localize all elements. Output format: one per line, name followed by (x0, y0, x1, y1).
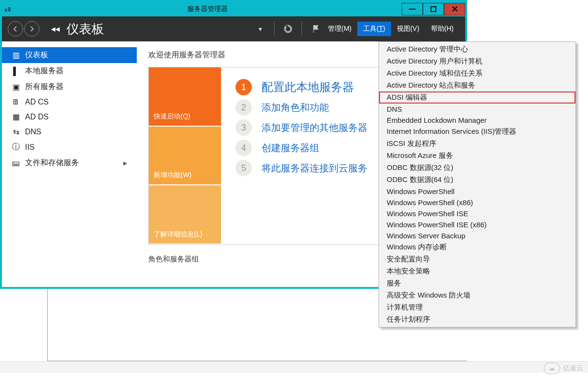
menubar: 管理(M)工具(T)视图(V)帮助(H) (322, 22, 459, 36)
config-link-label: 配置此本地服务器 (261, 79, 354, 95)
menu-item-help[interactable]: 帮助(H) (425, 22, 459, 36)
sidebar-item-label: 文件和存储服务 (25, 158, 79, 168)
page-title: 仪表板 (66, 21, 104, 38)
tools-menu-item[interactable]: 任务计划程序 (379, 313, 575, 325)
tools-menu-item[interactable]: Active Directory 用户和计算机 (379, 55, 575, 67)
step-number-badge: 3 (235, 119, 252, 136)
tools-menu-item[interactable]: Windows Server Backup (379, 230, 575, 241)
sidebar-item-iis[interactable]: ⓘIIS (2, 139, 137, 155)
step-number-badge: 5 (235, 160, 252, 176)
sidebar-item-label: 仪表板 (25, 50, 48, 60)
notifications-flag-icon[interactable] (309, 22, 322, 36)
svg-rect-1 (8, 7, 11, 12)
tools-menu-item[interactable]: 安全配置向导 (379, 253, 575, 265)
watermark: ☁ 亿速云 (544, 363, 583, 374)
tools-menu-item[interactable]: Windows PowerShell ISE (x86) (379, 219, 575, 230)
sidebar-item-servers[interactable]: ▣所有服务器 (2, 79, 137, 95)
tools-menu-item[interactable]: DNS (379, 104, 575, 115)
refresh-icon[interactable] (281, 22, 295, 36)
tools-menu-item[interactable]: Windows PowerShell ISE (379, 208, 575, 219)
breadcrumb-separator: ◂◂ (51, 24, 60, 34)
sidebar-item-server[interactable]: ▌本地服务器 (2, 63, 137, 79)
tools-menu-item[interactable]: Active Directory 域和信任关系 (379, 67, 575, 79)
header-icons: ▾ (254, 22, 322, 36)
tools-menu-item[interactable]: 计算机管理 (379, 301, 575, 313)
tools-menu-item[interactable]: Embedded Lockdown Manager (379, 115, 575, 126)
disk-icon: 🖴 (12, 159, 20, 168)
tools-menu-item[interactable]: Windows 内存诊断 (379, 241, 575, 253)
watermark-text: 亿速云 (563, 364, 583, 373)
tools-menu-item[interactable]: ODBC 数据源(32 位) (379, 162, 575, 174)
grid-icon: ▥ (12, 51, 20, 60)
tools-menu-item[interactable]: 服务 (379, 277, 575, 289)
sidebar-item-label: AD CS (25, 98, 49, 106)
minimize-button[interactable] (402, 3, 423, 15)
tools-menu-item[interactable]: iSCSI 发起程序 (379, 138, 575, 150)
header-bar: ◂◂ 仪表板 ▾ 管理(M)工具(T)视图(V)帮助(H) (2, 16, 465, 41)
menu-item-tools[interactable]: 工具(T) (357, 22, 391, 36)
server-manager-window: 服务器管理器 ✕ ◂◂ 仪表板 ▾ (0, 0, 467, 289)
cert-icon: 🗎 (12, 98, 20, 106)
nav-back-button[interactable] (8, 21, 23, 37)
iis-icon: ⓘ (12, 142, 20, 152)
titlebar[interactable]: 服务器管理器 ✕ (2, 2, 465, 16)
sidebar-item-label: 所有服务器 (25, 82, 64, 92)
config-link-label: 创建服务器组 (261, 142, 319, 155)
close-button[interactable]: ✕ (444, 3, 465, 15)
tools-menu-item[interactable]: ADSI 编辑器 (379, 91, 575, 104)
tile-whatsnew[interactable]: 新增功能(W) (149, 127, 221, 186)
tools-menu-item[interactable]: Active Directory 管理中心 (379, 43, 575, 55)
sidebar-item-label: IIS (25, 143, 35, 152)
menu-item-view[interactable]: 视图(V) (391, 22, 425, 36)
sidebar-item-dns[interactable]: ⇆DNS (2, 124, 137, 139)
tools-menu-item[interactable]: Active Directory 站点和服务 (379, 79, 575, 91)
config-link-label: 添加角色和功能 (261, 101, 329, 114)
step-number-badge: 4 (235, 140, 252, 156)
ad-icon: ▦ (12, 112, 20, 121)
watermark-icon: ☁ (544, 363, 560, 374)
app-icon (2, 5, 13, 14)
sidebar-item-cert[interactable]: 🗎AD CS (2, 95, 137, 109)
sidebar-item-label: AD DS (25, 113, 49, 121)
sidebar: ▥仪表板▌本地服务器▣所有服务器🗎AD CS▦AD DS⇆DNSⓘIIS🖴文件和… (2, 41, 137, 287)
separator (274, 22, 274, 36)
sidebar-item-label: DNS (25, 128, 41, 136)
sidebar-item-disk[interactable]: 🖴文件和存储服务▸ (2, 155, 137, 171)
chevron-right-icon: ▸ (123, 158, 127, 168)
menu-item-manage[interactable]: 管理(M) (322, 22, 357, 36)
horizontal-scrollbar[interactable] (0, 361, 588, 373)
config-link-label: 添加要管理的其他服务器 (261, 121, 367, 134)
tile-column: 快速启动(Q) 新增功能(W) 了解详细信息(L) (149, 67, 221, 245)
tools-menu-item[interactable]: 高级安全 Windows 防火墙 (379, 289, 575, 301)
separator (301, 22, 302, 36)
sidebar-item-grid[interactable]: ▥仪表板 (2, 47, 137, 63)
breadcrumb-dropdown-icon[interactable]: ▾ (254, 22, 267, 36)
nav-arrows (8, 21, 39, 37)
sidebar-item-ad[interactable]: ▦AD DS (2, 109, 137, 124)
tools-menu-item[interactable]: Internet Information Services (IIS)管理器 (379, 126, 575, 138)
tools-menu-item[interactable]: 本地安全策略 (379, 265, 575, 277)
tools-menu-item[interactable]: Windows PowerShell (x86) (379, 197, 575, 208)
step-number-badge: 1 (235, 79, 252, 95)
tools-menu-item[interactable]: Microsoft Azure 服务 (379, 150, 575, 162)
sidebar-item-label: 本地服务器 (25, 66, 64, 76)
window-controls: ✕ (402, 3, 465, 15)
tile-quickstart[interactable]: 快速启动(Q) (149, 67, 221, 127)
dns-icon: ⇆ (12, 127, 20, 136)
tile-learnmore[interactable]: 了解详细信息(L) (149, 185, 221, 245)
step-number-badge: 2 (235, 99, 252, 116)
tools-dropdown-menu: Active Directory 管理中心Active Directory 用户… (379, 41, 576, 327)
config-link-label: 将此服务器连接到云服务 (261, 162, 367, 175)
nav-forward-button[interactable] (24, 21, 39, 37)
window-title: 服务器管理器 (13, 5, 402, 13)
servers-icon: ▣ (12, 82, 20, 91)
tools-menu-item[interactable]: ODBC 数据源(64 位) (379, 174, 575, 186)
svg-rect-0 (5, 9, 7, 12)
server-icon: ▌ (12, 67, 20, 76)
tools-menu-item[interactable]: Windows PowerShell (379, 186, 575, 197)
maximize-button[interactable] (423, 3, 444, 15)
